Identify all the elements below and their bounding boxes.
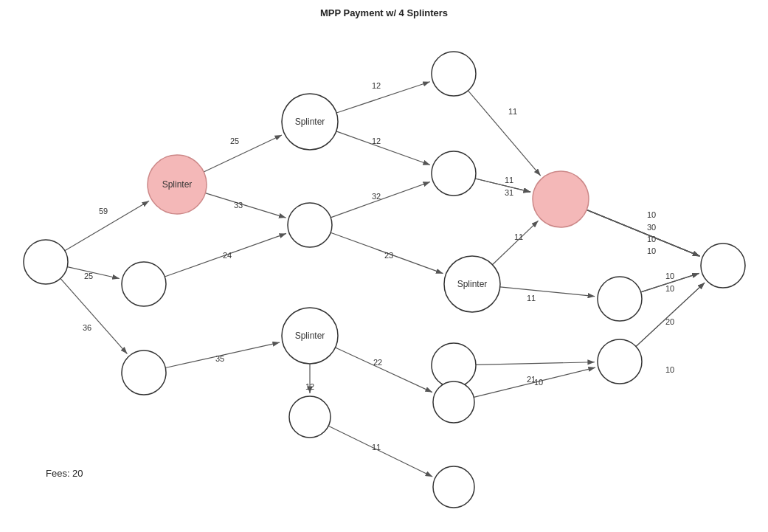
- svg-text:25: 25: [230, 137, 239, 145]
- svg-text:10: 10: [665, 284, 674, 293]
- svg-text:32: 32: [372, 192, 381, 201]
- svg-text:Splinter: Splinter: [295, 117, 325, 127]
- svg-text:12: 12: [305, 382, 314, 391]
- diagram-canvas: 5925362533243512123223221211113110301010…: [0, 0, 768, 532]
- svg-text:11: 11: [372, 443, 381, 452]
- svg-text:Splinter: Splinter: [162, 179, 193, 190]
- svg-point-80: [598, 277, 642, 321]
- svg-point-65: [122, 350, 166, 395]
- svg-text:36: 36: [83, 323, 91, 332]
- svg-line-31: [475, 179, 530, 192]
- svg-text:11: 11: [505, 176, 513, 184]
- svg-point-82: [701, 243, 745, 288]
- svg-text:20: 20: [665, 317, 674, 326]
- svg-line-9: [205, 193, 286, 218]
- svg-point-73: [432, 151, 476, 196]
- svg-text:25: 25: [84, 272, 93, 280]
- svg-text:11: 11: [527, 294, 536, 303]
- svg-text:12: 12: [372, 137, 381, 145]
- svg-line-5: [60, 278, 128, 353]
- svg-text:10: 10: [534, 378, 543, 387]
- svg-line-27: [468, 91, 540, 176]
- svg-line-17: [336, 131, 430, 165]
- svg-line-7: [204, 135, 282, 172]
- svg-text:22: 22: [373, 358, 382, 367]
- svg-text:10: 10: [647, 210, 656, 219]
- svg-text:35: 35: [215, 354, 224, 363]
- svg-point-71: [289, 396, 331, 438]
- svg-text:11: 11: [508, 107, 517, 116]
- svg-text:31: 31: [505, 188, 513, 197]
- svg-line-41: [492, 221, 538, 265]
- svg-line-43: [500, 287, 595, 297]
- svg-text:30: 30: [647, 223, 656, 232]
- svg-text:Splinter: Splinter: [295, 331, 325, 341]
- svg-point-79: [433, 466, 474, 508]
- svg-point-68: [288, 203, 332, 247]
- svg-text:10: 10: [665, 272, 674, 280]
- svg-line-39: [587, 210, 699, 256]
- svg-text:33: 33: [234, 201, 243, 210]
- svg-text:10: 10: [665, 365, 674, 374]
- svg-text:24: 24: [223, 251, 232, 260]
- svg-line-23: [336, 348, 432, 393]
- svg-point-61: [24, 240, 68, 284]
- svg-point-72: [432, 52, 476, 96]
- svg-point-81: [598, 339, 642, 384]
- svg-line-49: [476, 362, 595, 365]
- svg-text:59: 59: [99, 207, 108, 215]
- fees-label: Fees: 20: [46, 468, 83, 479]
- svg-line-15: [336, 82, 430, 113]
- svg-text:11: 11: [514, 232, 523, 241]
- svg-text:23: 23: [384, 251, 393, 260]
- svg-text:10: 10: [647, 246, 656, 255]
- svg-point-77: [432, 343, 476, 387]
- svg-point-64: [122, 262, 166, 306]
- svg-point-78: [433, 381, 474, 423]
- svg-point-74: [533, 171, 589, 227]
- svg-text:12: 12: [372, 81, 381, 90]
- svg-text:Splinter: Splinter: [457, 279, 488, 289]
- svg-line-3: [67, 267, 120, 279]
